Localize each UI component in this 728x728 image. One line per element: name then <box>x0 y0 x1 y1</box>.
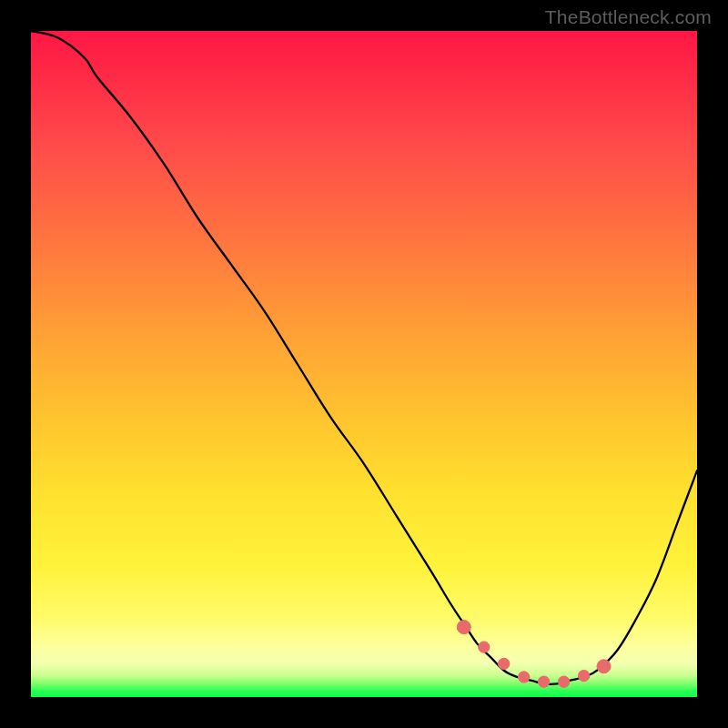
optimal-range-dots <box>457 621 611 688</box>
optimal-dot <box>479 642 490 652</box>
chart-frame: TheBottleneck.com <box>0 0 728 728</box>
bottleneck-curve <box>31 31 697 684</box>
optimal-dot <box>558 676 569 687</box>
optimal-dot <box>538 676 549 687</box>
optimal-dot <box>457 621 470 634</box>
curve-layer <box>31 31 697 697</box>
optimal-dot <box>578 670 589 681</box>
optimal-dot <box>519 672 530 682</box>
optimal-dot <box>499 658 510 669</box>
optimal-dot <box>597 660 611 673</box>
plot-area <box>31 31 697 697</box>
watermark-text: TheBottleneck.com <box>545 6 712 28</box>
